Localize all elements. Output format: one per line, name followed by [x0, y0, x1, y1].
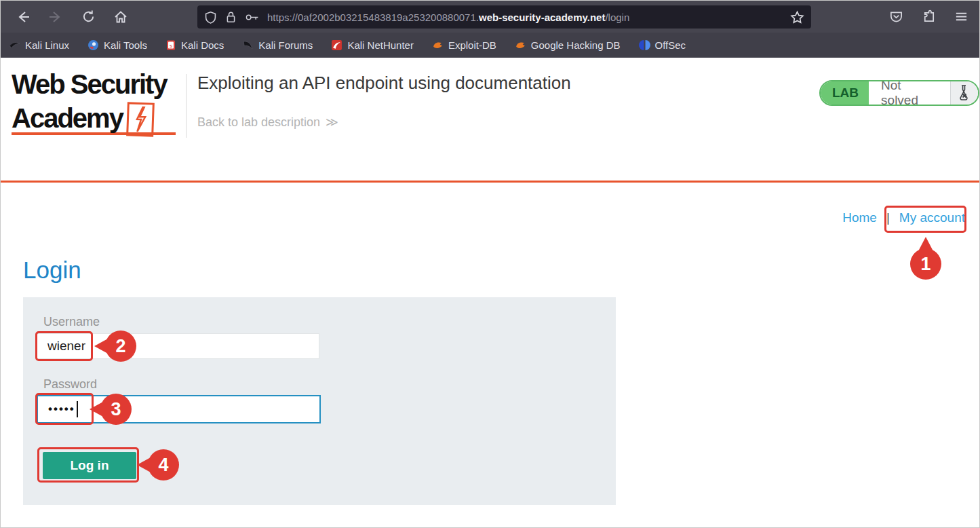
web-security-academy-logo[interactable]: Web Security Academy [12, 71, 185, 135]
url-path: /login [605, 12, 629, 23]
url-prefix: https://0af2002b03215483819a253200880071… [267, 12, 479, 23]
bookmark-label: Kali Forums [258, 39, 313, 51]
header-divider [186, 74, 187, 138]
bookmark-kali-tools[interactable]: Kali Tools [87, 39, 147, 51]
orange-divider [1, 181, 979, 183]
home-button[interactable] [109, 5, 132, 29]
back-button[interactable] [12, 5, 35, 29]
reload-button[interactable] [77, 5, 100, 29]
url-text: https://0af2002b03215483819a253200880071… [267, 12, 790, 23]
logo-text-line2: Academy [12, 105, 123, 131]
forward-button[interactable] [44, 5, 67, 29]
bookmark-kali-docs[interactable]: s Kali Docs [165, 39, 224, 51]
url-bar[interactable]: https://0af2002b03215483819a253200880071… [197, 5, 811, 29]
pocket-button[interactable] [884, 5, 907, 28]
annotation-balloon-3: 3 [100, 394, 132, 425]
flask-icon [950, 81, 978, 105]
lightning-bolt-icon [126, 102, 155, 137]
ghdb-icon [515, 39, 526, 51]
bookmark-kali-nethunter[interactable]: Kali NetHunter [331, 39, 414, 51]
annotation-balloon-4: 4 [148, 449, 179, 480]
annotation-box-4 [37, 447, 139, 483]
back-arrow-icon [16, 10, 31, 24]
key-icon[interactable] [245, 12, 259, 22]
annotation-number: 4 [158, 455, 168, 476]
bookmark-offsec[interactable]: OffSec [639, 39, 686, 51]
back-link-label: Back to lab description [197, 115, 320, 129]
exploit-db-icon [432, 39, 444, 51]
annotation-box-3 [35, 393, 94, 425]
bookmark-label: Kali NetHunter [347, 39, 414, 51]
logo-text-line1: Web Security [12, 71, 185, 97]
browser-toolbar: https://0af2002b03215483819a253200880071… [1, 1, 979, 33]
svg-text:s: s [170, 43, 172, 49]
bookmark-label: OffSec [655, 39, 686, 51]
bookmark-google-hacking-db[interactable]: Google Hacking DB [515, 39, 621, 51]
url-domain: web-security-academy.net [479, 12, 605, 23]
bookmark-star-icon[interactable] [790, 10, 804, 24]
bookmark-label: Google Hacking DB [531, 39, 621, 51]
kali-forums-icon [242, 39, 254, 51]
extensions-puzzle-icon [922, 10, 936, 24]
username-label: Username [43, 315, 100, 329]
kali-nethunter-icon [331, 39, 342, 51]
password-label: Password [43, 377, 97, 392]
home-link[interactable]: Home [842, 210, 877, 225]
bookmark-label: Kali Docs [181, 39, 224, 51]
lab-title: Exploiting an API endpoint using documen… [197, 73, 571, 94]
annotation-number: 1 [920, 254, 930, 275]
home-icon [113, 10, 128, 24]
annotation-number: 2 [115, 336, 125, 357]
reload-icon [81, 10, 96, 24]
lock-icon[interactable] [225, 11, 237, 24]
menu-button[interactable] [949, 5, 973, 28]
tracking-shield-icon[interactable] [204, 11, 217, 24]
login-heading: Login [23, 257, 81, 284]
bookmarks-bar: Kali Linux Kali Tools s Kali Docs Kali F… [1, 33, 979, 58]
page-content: Web Security Academy Exploiting an API e… [1, 58, 979, 528]
hamburger-menu-icon [954, 10, 968, 24]
kali-linux-icon [9, 39, 20, 51]
lab-label: LAB [821, 81, 869, 105]
annotation-balloon-1: 1 [910, 248, 941, 280]
lab-status-text: Not solved [869, 81, 950, 105]
kali-tools-icon [87, 39, 99, 51]
forward-arrow-icon [48, 10, 63, 24]
back-to-lab-link[interactable]: Back to lab description≫ [197, 115, 337, 130]
annotation-number: 3 [111, 399, 121, 420]
browser-window: https://0af2002b03215483819a253200880071… [0, 0, 980, 528]
lab-status-badge: LAB Not solved [819, 80, 979, 106]
pocket-icon [889, 10, 903, 24]
bookmark-label: Kali Tools [104, 39, 147, 51]
extensions-button[interactable] [917, 5, 940, 28]
bookmark-kali-forums[interactable]: Kali Forums [242, 39, 313, 51]
bookmark-exploit-db[interactable]: Exploit-DB [432, 39, 496, 51]
bookmark-kali-linux[interactable]: Kali Linux [9, 39, 69, 51]
annotation-balloon-2: 2 [105, 331, 136, 362]
annotation-box-1 [884, 206, 966, 233]
annotation-box-2 [35, 331, 93, 361]
kali-docs-icon: s [165, 39, 176, 51]
bookmark-label: Exploit-DB [448, 39, 496, 51]
chevron-right-icon: ≫ [326, 115, 337, 129]
bookmark-label: Kali Linux [25, 39, 69, 51]
offsec-icon [639, 39, 650, 51]
